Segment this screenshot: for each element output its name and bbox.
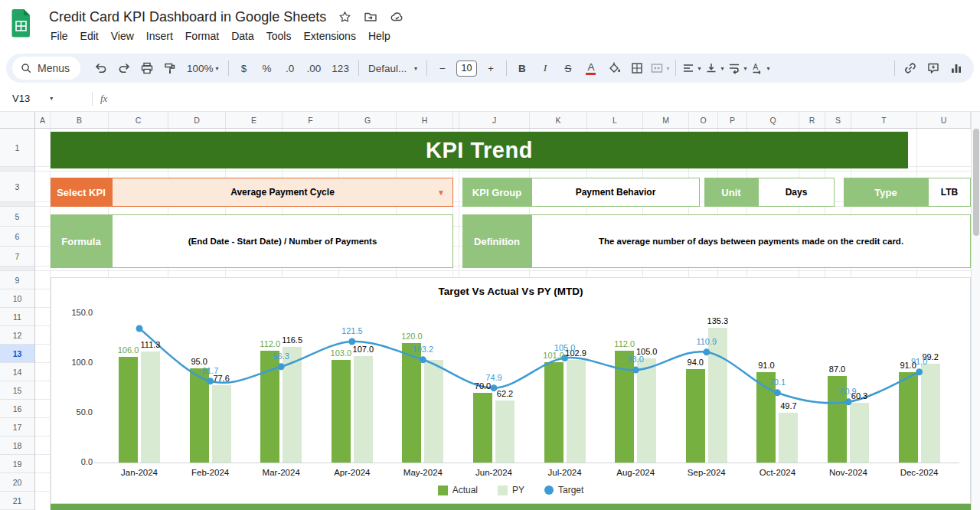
column-header-M[interactable]: M <box>643 112 689 128</box>
row-header-3[interactable]: 3 <box>0 172 34 202</box>
row-header-10[interactable]: 10 <box>0 289 34 308</box>
column-header-T[interactable]: T <box>851 112 917 128</box>
column-header-J[interactable]: J <box>459 112 530 128</box>
row-header-15[interactable]: 15 <box>0 381 34 400</box>
redo-button[interactable] <box>113 57 135 79</box>
column-header-O[interactable]: O <box>689 112 718 128</box>
menu-insert[interactable]: Insert <box>140 28 179 44</box>
menu-data[interactable]: Data <box>225 28 260 44</box>
row-header-18[interactable]: 18 <box>0 436 34 455</box>
horizontal-align-button[interactable]: ▾ <box>681 57 702 79</box>
column-header-H[interactable]: H <box>397 112 453 128</box>
data-label-py: 49.7 <box>772 401 805 410</box>
column-header-F[interactable]: F <box>283 112 339 128</box>
align-left-icon <box>681 61 695 75</box>
x-axis-label: Mar-2024 <box>247 468 315 477</box>
row-header-7[interactable]: 7 <box>0 247 34 266</box>
row-header-13[interactable]: 13 <box>0 345 34 363</box>
select-kpi-label: Select KPI <box>51 178 112 207</box>
menu-edit[interactable]: Edit <box>74 28 105 44</box>
font-select[interactable]: Defaul...▾ <box>364 57 422 79</box>
x-axis-label: Jul-2024 <box>531 468 599 477</box>
text-rotation-button[interactable]: A▾ <box>750 57 771 79</box>
column-header-K[interactable]: K <box>530 112 587 128</box>
legend-swatch <box>438 485 448 495</box>
row-header-6[interactable]: 6 <box>0 227 34 247</box>
fill-color-button[interactable] <box>603 57 625 79</box>
font-size-input[interactable]: 10 <box>456 60 477 77</box>
row-header-1[interactable]: 1 <box>0 129 34 167</box>
format-currency-button[interactable]: $ <box>234 57 255 79</box>
spreadsheet-grid[interactable]: KPI Trend Select KPI Average Payment Cyc… <box>0 112 971 510</box>
decrease-decimal-button[interactable]: .0 <box>279 57 301 79</box>
column-header-E[interactable]: E <box>226 112 283 128</box>
formula-bar: V13 ▾ fx <box>0 86 980 112</box>
x-axis-label: Apr-2024 <box>318 468 387 477</box>
increase-font-size-button[interactable]: + <box>480 57 501 79</box>
chevron-down-icon: ▾ <box>216 65 219 72</box>
scrollbar-thumb[interactable] <box>973 129 979 236</box>
column-header-C[interactable]: C <box>109 112 168 128</box>
sheets-logo-icon[interactable] <box>11 8 32 38</box>
increase-decimal-button[interactable]: .00 <box>302 57 326 79</box>
print-button[interactable] <box>136 57 158 79</box>
column-header-D[interactable]: D <box>168 112 226 128</box>
row-header-5[interactable]: 5 <box>0 207 34 227</box>
kpi-select-dropdown[interactable]: Average Payment Cycle ▼ <box>112 178 453 207</box>
row-header-20[interactable]: 20 <box>0 473 34 492</box>
vertical-scrollbar[interactable] <box>971 112 980 510</box>
menu-tools[interactable]: Tools <box>260 28 298 44</box>
merge-cells-button[interactable]: ▾ <box>649 57 671 79</box>
name-box[interactable]: V13 ▾ <box>0 93 84 104</box>
row-header-14[interactable]: 14 <box>0 363 34 381</box>
kpi-trend-chart[interactable]: Target Vs Actual Vs PY (MTD) 0.050.0100.… <box>51 277 971 504</box>
row-header-9[interactable]: 9 <box>0 271 34 289</box>
decrease-font-size-button[interactable]: − <box>432 57 453 79</box>
column-header-B[interactable]: B <box>51 112 109 128</box>
format-percent-button[interactable]: % <box>256 57 278 79</box>
column-header-G[interactable]: G <box>339 112 397 128</box>
zoom-select[interactable]: 100%▾ <box>182 57 224 79</box>
column-header-I[interactable] <box>453 112 459 128</box>
bold-button[interactable]: B <box>511 57 533 79</box>
dropdown-arrow-icon: ▼ <box>437 188 445 197</box>
insert-chart-button[interactable] <box>946 57 967 79</box>
column-header-P[interactable]: P <box>718 112 747 128</box>
move-folder-icon[interactable] <box>364 10 377 24</box>
data-label-target: 110.9 <box>690 337 724 346</box>
kpi-select-value: Average Payment Cycle <box>230 187 335 198</box>
menus-search[interactable]: Menus <box>12 57 80 80</box>
star-icon[interactable] <box>338 11 351 24</box>
strikethrough-button[interactable]: S <box>557 57 579 79</box>
column-header-A[interactable]: A <box>35 112 51 128</box>
column-header-L[interactable]: L <box>587 112 643 128</box>
column-header-S[interactable]: S <box>825 112 851 128</box>
row-header-17[interactable]: 17 <box>0 418 34 436</box>
text-color-button[interactable]: A <box>580 57 602 79</box>
menu-format[interactable]: Format <box>179 28 225 44</box>
undo-button[interactable] <box>90 57 112 79</box>
borders-button[interactable] <box>626 57 648 79</box>
text-wrap-button[interactable]: ▾ <box>727 57 748 79</box>
menu-file[interactable]: File <box>44 28 74 44</box>
document-title[interactable]: Credit Card KPI Dashboard in Google Shee… <box>49 9 326 25</box>
menu-help[interactable]: Help <box>362 28 397 44</box>
column-header-R[interactable]: R <box>799 112 825 128</box>
row-header-12[interactable]: 12 <box>0 326 34 345</box>
row-header-19[interactable]: 19 <box>0 455 34 473</box>
paint-format-button[interactable] <box>159 57 181 79</box>
italic-button[interactable]: I <box>534 57 556 79</box>
vertical-align-button[interactable]: ▾ <box>704 57 725 79</box>
row-header-16[interactable]: 16 <box>0 400 34 418</box>
row-header-11[interactable]: 11 <box>0 308 34 326</box>
menu-view[interactable]: View <box>105 28 140 44</box>
insert-link-button[interactable] <box>900 57 921 79</box>
column-header-U[interactable]: U <box>917 112 971 128</box>
column-header-Q[interactable]: Q <box>747 112 799 128</box>
insert-comment-button[interactable] <box>923 57 944 79</box>
row-header-21[interactable]: 21 <box>0 492 34 510</box>
menu-extensions[interactable]: Extensions <box>297 28 361 44</box>
select-all-corner[interactable] <box>0 112 35 129</box>
topbar: Credit Card KPI Dashboard in Google Shee… <box>0 0 980 49</box>
more-formats-button[interactable]: 123 <box>327 57 354 79</box>
